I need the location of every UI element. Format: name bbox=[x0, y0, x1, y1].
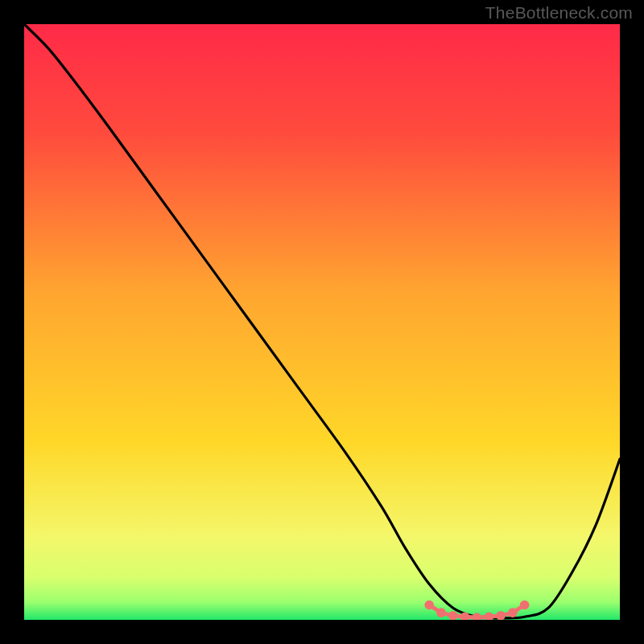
gradient-backdrop bbox=[24, 24, 620, 620]
marker-dot bbox=[436, 608, 446, 617]
watermark-text: TheBottleneck.com bbox=[485, 3, 633, 23]
chart-svg bbox=[24, 24, 620, 620]
marker-dot bbox=[520, 601, 530, 610]
marker-dot bbox=[508, 608, 518, 617]
chart-area bbox=[24, 24, 620, 620]
marker-dot bbox=[424, 601, 434, 610]
